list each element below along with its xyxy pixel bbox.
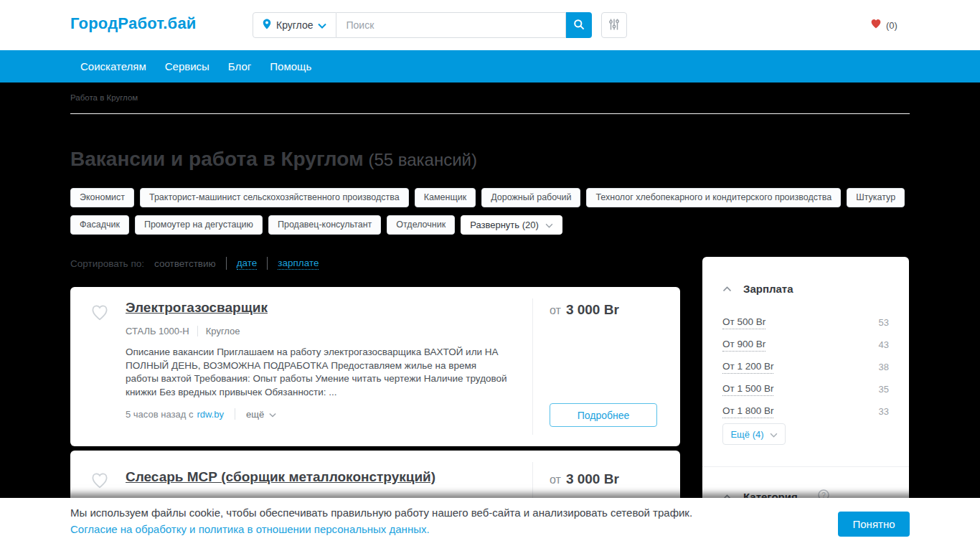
divider bbox=[267, 257, 268, 270]
sort-label: Сортировать по: bbox=[70, 258, 144, 269]
chevron-down-icon bbox=[318, 19, 326, 32]
search-button[interactable] bbox=[566, 12, 592, 38]
nav-item-job-seekers[interactable]: Соискателям bbox=[80, 60, 146, 72]
salary-filter-link[interactable]: От 900 Br bbox=[722, 339, 765, 352]
job-details-button[interactable]: Подробнее bbox=[550, 403, 657, 427]
profession-chip[interactable]: Фасадчик bbox=[70, 215, 129, 235]
map-pin-icon bbox=[263, 19, 271, 32]
chevron-down-icon bbox=[545, 216, 553, 234]
salary-more-label: Ещё (4) bbox=[730, 429, 763, 440]
salary-filter-link[interactable]: От 1 500 Br bbox=[722, 383, 773, 396]
profession-chip[interactable]: Отделочник bbox=[387, 215, 455, 235]
sliders-icon bbox=[608, 19, 620, 32]
job-description: Описание вакансии Приглашаем на работу э… bbox=[126, 346, 511, 399]
profession-chip[interactable]: Штукатур bbox=[847, 188, 905, 207]
job-company: СТАЛЬ 1000-Н bbox=[126, 326, 189, 336]
job-source-link[interactable]: rdw.by bbox=[197, 409, 224, 420]
profession-chip[interactable]: Технолог хлебопекарного и кондитерского … bbox=[586, 188, 841, 207]
profession-chip[interactable]: Дорожный рабочий bbox=[481, 188, 580, 207]
salary-filter-list: От 500 Br 53 От 900 Br 43 От 1 200 Br 38… bbox=[722, 311, 889, 423]
header: ГородРабот.бай Круглое bbox=[0, 0, 980, 50]
salary-value: 3 000 Br bbox=[566, 302, 619, 318]
salary-filter-link[interactable]: От 500 Br bbox=[722, 316, 765, 329]
expand-chips-button[interactable]: Развернуть (20) bbox=[461, 215, 562, 235]
sort-option-salary[interactable]: зарплате bbox=[278, 258, 319, 270]
sidebar-section-title: Зарплата bbox=[743, 283, 793, 295]
salary-filter-count: 43 bbox=[879, 339, 889, 350]
divider bbox=[70, 113, 910, 114]
location-label: Круглое bbox=[276, 19, 313, 31]
expand-chips-label: Развернуть (20) bbox=[470, 216, 539, 234]
favorites-button[interactable]: (0) bbox=[870, 19, 897, 32]
profession-chips-row-2: Фасадчик Промоутер на дегустацию Продаве… bbox=[70, 215, 562, 235]
list-item: От 500 Br 53 bbox=[722, 311, 889, 334]
profession-chip[interactable]: Тракторист-машинист сельскохозяйственног… bbox=[140, 188, 409, 207]
nav-item-blog[interactable]: Блог bbox=[228, 60, 251, 72]
favorite-toggle-icon[interactable] bbox=[90, 304, 109, 324]
cookie-message-block: Мы используем файлы cookie, чтобы обеспе… bbox=[70, 506, 692, 536]
job-more-toggle[interactable]: ещё bbox=[246, 409, 276, 420]
cookie-accept-button[interactable]: Понятно bbox=[838, 512, 910, 537]
divider bbox=[197, 326, 198, 336]
list-item: От 900 Br 43 bbox=[722, 334, 889, 356]
profession-chips-row-1: Экономист Тракторист-машинист сельскохоз… bbox=[70, 188, 905, 207]
profession-chip[interactable]: Экономист bbox=[70, 188, 134, 207]
search-input[interactable] bbox=[336, 12, 566, 38]
nav-links: Соискателям Сервисы Блог Помощь bbox=[80, 50, 311, 83]
job-title-link[interactable]: Электрогазосварщик bbox=[126, 300, 268, 316]
salary-prefix: от bbox=[550, 304, 561, 317]
profession-chip[interactable]: Промоутер на дегустацию bbox=[135, 215, 263, 235]
divider bbox=[532, 298, 533, 435]
main-nav: Соискателям Сервисы Блог Помощь bbox=[0, 50, 980, 83]
job-title-link[interactable]: Слесарь МСР (сборщик металлоконструкций) bbox=[126, 469, 435, 485]
salary-more-button[interactable]: Ещё (4) bbox=[722, 423, 786, 445]
search-group: Круглое bbox=[253, 12, 627, 38]
profession-chip[interactable]: Каменщик bbox=[415, 188, 476, 207]
salary-prefix: от bbox=[550, 474, 561, 486]
job-posted-time: 5 часов назад с bbox=[126, 409, 193, 420]
chevron-up-icon bbox=[722, 282, 732, 295]
page-title-count: (55 вакансий) bbox=[364, 150, 477, 169]
list-item: От 1 200 Br 38 bbox=[722, 356, 889, 378]
job-more-label: ещё bbox=[246, 409, 264, 420]
favorites-count: (0) bbox=[886, 20, 897, 31]
sort-bar: Сортировать по: соответствию дате зарпла… bbox=[70, 257, 319, 270]
page: ГородРабот.бай Круглое bbox=[0, 0, 980, 551]
job-salary: от 3 000 Br bbox=[550, 471, 619, 487]
sort-option-date[interactable]: дате bbox=[237, 258, 258, 270]
job-footer: 5 часов назад с rdw.by ещё bbox=[126, 408, 276, 420]
search-filters-button[interactable] bbox=[601, 12, 627, 38]
heart-icon bbox=[870, 19, 882, 32]
chevron-down-icon bbox=[770, 428, 778, 441]
salary-filter-link[interactable]: От 1 200 Br bbox=[722, 361, 773, 374]
cookie-banner: Мы используем файлы cookie, чтобы обеспе… bbox=[0, 498, 980, 551]
list-item: От 1 500 Br 35 bbox=[722, 378, 889, 400]
favorite-toggle-icon[interactable] bbox=[90, 472, 109, 491]
divider bbox=[702, 466, 909, 467]
job-card: Электрогазосварщик СТАЛЬ 1000-Н Круглое … bbox=[70, 287, 680, 446]
site-logo[interactable]: ГородРабот.бай bbox=[70, 14, 197, 33]
salary-value: 3 000 Br bbox=[566, 471, 619, 487]
breadcrumb[interactable]: Работа в Круглом bbox=[70, 93, 138, 102]
salary-filter-count: 33 bbox=[879, 406, 889, 417]
salary-filter-count: 38 bbox=[879, 362, 889, 372]
nav-item-help[interactable]: Помощь bbox=[270, 60, 311, 72]
page-title: Вакансии и работа в Круглом (55 вакансий… bbox=[70, 145, 477, 171]
nav-item-services[interactable]: Сервисы bbox=[165, 60, 209, 72]
job-location: Круглое bbox=[206, 326, 240, 336]
salary-filter-link[interactable]: От 1 800 Br bbox=[722, 405, 773, 418]
chevron-down-icon bbox=[269, 409, 276, 420]
search-icon bbox=[573, 19, 585, 32]
profession-chip[interactable]: Продавец-консультант bbox=[268, 215, 381, 235]
list-item: От 1 800 Br 33 bbox=[722, 400, 889, 423]
salary-filter-count: 35 bbox=[879, 384, 889, 395]
cookie-policy-link[interactable]: Согласие на обработку и политика в отнош… bbox=[70, 522, 692, 536]
divider bbox=[226, 257, 227, 270]
location-selector[interactable]: Круглое bbox=[253, 12, 336, 38]
sort-option-relevance[interactable]: соответствию bbox=[154, 258, 216, 269]
job-salary: от 3 000 Br bbox=[550, 302, 619, 318]
job-meta: СТАЛЬ 1000-Н Круглое bbox=[126, 326, 240, 336]
sidebar-section-salary-header[interactable]: Зарплата bbox=[722, 282, 793, 295]
page-title-main: Вакансии и работа в Круглом bbox=[70, 148, 364, 170]
cookie-message: Мы используем файлы cookie, чтобы обеспе… bbox=[70, 507, 692, 519]
